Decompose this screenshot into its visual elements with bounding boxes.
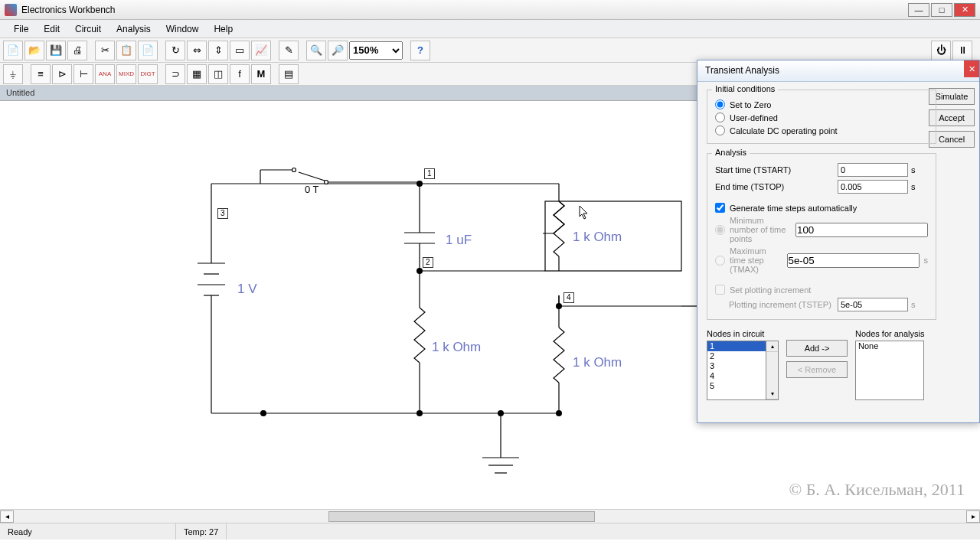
flip-v-button[interactable]: ⇕	[208, 41, 228, 60]
svg-point-38	[498, 410, 504, 416]
power-switch[interactable]: ⏻	[931, 41, 951, 60]
svg-line-12	[299, 172, 325, 181]
logic-gate-icon[interactable]: ⊃	[165, 64, 185, 84]
sources-icon[interactable]: ⏚	[3, 64, 23, 84]
gen-auto-checkbox[interactable]: Generate time steps automatically	[715, 201, 928, 214]
digital-icon[interactable]: ▦	[187, 64, 207, 84]
print-button[interactable]: 🖨	[67, 41, 87, 60]
svg-point-34	[416, 268, 423, 274]
zoom-out-button[interactable]: 🔍	[306, 41, 326, 60]
paste-button[interactable]: 📄	[138, 41, 158, 60]
node-4-label: 4	[564, 292, 574, 303]
nodes-analysis-label: Nodes for analysis	[855, 329, 925, 338]
node-2-label: 2	[423, 257, 433, 268]
resistor-r2-label: 1 k Ohm	[432, 340, 481, 355]
set-plot-checkbox: Set plotting increment	[715, 283, 928, 296]
maximize-button[interactable]: □	[931, 3, 952, 17]
svg-point-11	[292, 168, 296, 172]
open-button[interactable]: 📂	[24, 41, 44, 60]
svg-point-39	[556, 410, 562, 416]
menu-analysis[interactable]: Analysis	[109, 21, 158, 37]
radio-min-points: Minimum number of time points	[715, 214, 928, 245]
list-item[interactable]: None	[856, 341, 923, 351]
mixed-ic-icon[interactable]: MIXD	[116, 64, 136, 84]
voltage-source-label: 1 V	[237, 282, 257, 297]
menu-circuit[interactable]: Circuit	[67, 21, 109, 37]
svg-point-35	[556, 303, 562, 309]
svg-point-33	[416, 181, 423, 187]
dialog-close-button[interactable]: ✕	[964, 60, 979, 77]
radio-set-zero[interactable]: Set to Zero	[715, 98, 928, 111]
list-item[interactable]: 1	[707, 341, 766, 351]
list-scrollbar[interactable]: ▴▾	[766, 341, 779, 400]
diode-icon[interactable]: ⊳	[52, 64, 72, 84]
node-1-label: 1	[424, 168, 435, 179]
radio-tmax: Maximum time step (TMAX) s	[715, 245, 928, 276]
scroll-left-icon[interactable]: ◂	[0, 510, 14, 523]
help-button[interactable]: ?	[410, 41, 430, 60]
menubar: File Edit Circuit Analysis Window Help	[0, 20, 980, 38]
scroll-track[interactable]	[14, 510, 966, 523]
close-button[interactable]: ✕	[954, 3, 975, 17]
menu-help[interactable]: Help	[206, 21, 240, 37]
indicator-icon[interactable]: ◫	[208, 64, 228, 84]
horizontal-scrollbar[interactable]: ◂ ▸	[0, 509, 980, 523]
remove-node-button: < Remove	[786, 361, 848, 378]
zoom-in-button[interactable]: 🔎	[328, 41, 348, 60]
capacitor-label: 1 uF	[446, 233, 472, 248]
basic-icon[interactable]: ≡	[31, 64, 51, 84]
nodes-analysis-list[interactable]: None	[855, 341, 924, 400]
digital-ic-icon[interactable]: DIGT	[138, 64, 158, 84]
add-node-button[interactable]: Add ->	[786, 340, 848, 357]
scroll-thumb[interactable]	[328, 511, 595, 522]
tmax-input[interactable]	[787, 253, 920, 268]
tstop-input[interactable]	[838, 180, 908, 194]
pause-button[interactable]: ⏸	[952, 41, 972, 60]
app-icon	[5, 4, 17, 16]
nodes-circuit-list[interactable]: 1 2 3 4 5	[707, 341, 766, 400]
svg-point-36	[260, 410, 266, 416]
tstart-input[interactable]	[838, 163, 908, 177]
control-icon[interactable]: f	[230, 64, 250, 84]
radio-user-defined[interactable]: User-defined	[715, 111, 928, 124]
list-item[interactable]: 3	[707, 361, 766, 371]
subcircuit-button[interactable]: ▭	[230, 41, 250, 60]
flip-h-button[interactable]: ⇔	[187, 41, 207, 60]
transistor-icon[interactable]: ⊢	[74, 64, 93, 84]
zoom-select[interactable]: 150%	[349, 41, 403, 60]
save-button[interactable]: 💾	[46, 41, 66, 60]
status-ready: Ready	[0, 523, 176, 540]
cut-button[interactable]: ✂	[95, 41, 115, 60]
menu-window[interactable]: Window	[158, 21, 207, 37]
list-item[interactable]: 5	[707, 381, 766, 391]
radio-dc-op[interactable]: Calculate DC operating point	[715, 124, 928, 137]
new-button[interactable]: 📄	[3, 41, 23, 60]
window-controls: — □ ✕	[908, 3, 975, 17]
tstop-label: End time (TSTOP)	[715, 182, 838, 191]
dialog-title: Transient Analysis	[697, 60, 979, 82]
instruments-icon[interactable]: ▤	[279, 64, 299, 84]
transient-analysis-dialog: Transient Analysis ✕ Simulate Accept Can…	[697, 60, 980, 423]
switch-label: 0 T	[305, 184, 319, 195]
edit-button[interactable]: ✎	[279, 41, 299, 60]
minimize-button[interactable]: —	[908, 3, 929, 17]
svg-point-37	[416, 410, 423, 416]
resistor-r1-label: 1 k Ohm	[573, 230, 622, 245]
list-item[interactable]: 2	[707, 351, 766, 361]
graph-button[interactable]: 📈	[251, 41, 271, 60]
rotate-button[interactable]: ↻	[165, 41, 185, 60]
app-title: Electronics Workbench	[21, 5, 116, 15]
nodes-circuit-label: Nodes in circuit	[707, 329, 779, 338]
list-item[interactable]: 4	[707, 371, 766, 381]
menu-file[interactable]: File	[6, 21, 36, 37]
min-points-input[interactable]	[795, 223, 928, 237]
resistor-r3-label: 1 k Ohm	[573, 355, 622, 370]
window-titlebar: Electronics Workbench — □ ✕	[0, 0, 980, 20]
misc-icon[interactable]: M	[251, 64, 271, 84]
scroll-right-icon[interactable]: ▸	[966, 510, 980, 523]
copy-button[interactable]: 📋	[116, 41, 136, 60]
status-temp: Temp: 27	[176, 523, 227, 540]
analog-ic-icon[interactable]: ANA	[95, 64, 115, 84]
svg-point-13	[325, 181, 328, 184]
menu-edit[interactable]: Edit	[36, 21, 67, 37]
